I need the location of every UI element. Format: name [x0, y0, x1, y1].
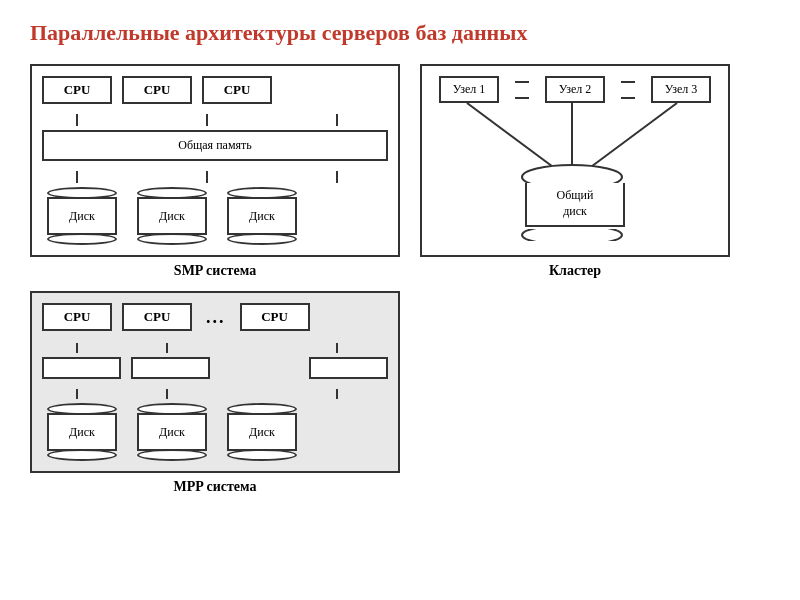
disk-bottom-ellipse: [227, 233, 297, 245]
disk-top-ellipse: [227, 403, 297, 415]
node-connector-1: [515, 81, 529, 99]
svg-point-10: [522, 229, 622, 241]
cluster-label: Кластер: [420, 263, 730, 279]
disk-body: Диск: [137, 197, 207, 235]
disk-bottom-ellipse: [227, 449, 297, 461]
smp-mem-to-disk-lines: [42, 171, 382, 183]
mpp-mem-to-disk-lines: [42, 389, 382, 399]
disk-top-ellipse: [137, 187, 207, 199]
smp-diagram: CPU CPU CPU Общая память: [30, 64, 400, 279]
smp-disk-0: Диск: [42, 187, 122, 245]
mpp-box: CPU CPU ... CPU: [30, 291, 400, 473]
mpp-cpu-to-mem-lines: [42, 343, 382, 353]
mpp-mem-spacer: [220, 357, 299, 379]
cluster-disk-bottom-svg: [432, 229, 712, 241]
mpp-cpu-0: CPU: [42, 303, 112, 331]
top-diagrams-row: CPU CPU CPU Общая память: [30, 64, 770, 279]
disk-body: Диск: [227, 197, 297, 235]
disk-body: Диск: [227, 413, 297, 451]
disk-bottom-ellipse: [137, 233, 207, 245]
smp-cpu-to-mem-lines: [42, 114, 382, 126]
cluster-disk-label: Общий диск: [557, 188, 594, 219]
smp-label: SMP система: [30, 263, 400, 279]
disk-body: Диск: [47, 413, 117, 451]
smp-shared-mem: Общая память: [42, 130, 388, 161]
disk-bottom-ellipse: [137, 449, 207, 461]
cluster-box: Узел 1 Узел 2 Узел 3: [420, 64, 730, 257]
mpp-disk-0: Диск: [42, 403, 122, 461]
mpp-dots: ...: [202, 307, 230, 328]
page: Параллельные архитектуры серверов баз да…: [0, 0, 800, 600]
mpp-mem-row: [42, 357, 388, 379]
smp-disk-2: Диск: [222, 187, 302, 245]
mpp-mem-0: [42, 357, 121, 379]
mpp-section: CPU CPU ... CPU: [30, 291, 770, 495]
disk-top-ellipse: [47, 187, 117, 199]
cluster-lines-svg: [432, 103, 712, 193]
smp-disk-row: Диск Диск Диск: [42, 187, 388, 245]
node-connector-2: [621, 81, 635, 99]
mpp-mem-1: [131, 357, 210, 379]
disk-top-ellipse: [47, 403, 117, 415]
mpp-disk-row: Диск Диск Диск: [42, 403, 388, 461]
disk-body: Диск: [137, 413, 207, 451]
cluster-node-0: Узел 1: [439, 76, 499, 103]
mpp-cpu-2: CPU: [240, 303, 310, 331]
smp-cpu-0: CPU: [42, 76, 112, 104]
mpp-disk-2: Диск: [222, 403, 302, 461]
smp-cpu-1: CPU: [122, 76, 192, 104]
mpp-cpu-row: CPU CPU ... CPU: [42, 303, 388, 331]
smp-box: CPU CPU CPU Общая память: [30, 64, 400, 257]
mpp-label: MPP система: [30, 479, 400, 495]
mpp-diagram: CPU CPU ... CPU: [30, 291, 400, 495]
cluster-diagram: Узел 1 Узел 2 Узел 3: [420, 64, 730, 279]
disk-top-ellipse: [227, 187, 297, 199]
cluster-disk-body: Общий диск: [525, 183, 625, 227]
mpp-cpu-1: CPU: [122, 303, 192, 331]
disk-bottom-ellipse: [47, 449, 117, 461]
disk-top-ellipse: [137, 403, 207, 415]
smp-disk-1: Диск: [132, 187, 212, 245]
disk-body: Диск: [47, 197, 117, 235]
mpp-disk-1: Диск: [132, 403, 212, 461]
smp-cpu-2: CPU: [202, 76, 272, 104]
smp-cpu-row: CPU CPU CPU: [42, 76, 388, 104]
mpp-mem-2: [309, 357, 388, 379]
cluster-node-2: Узел 3: [651, 76, 711, 103]
cluster-node-1: Узел 2: [545, 76, 605, 103]
cluster-nodes-row: Узел 1 Узел 2 Узел 3: [432, 76, 718, 103]
page-title: Параллельные архитектуры серверов баз да…: [30, 20, 770, 46]
disk-bottom-ellipse: [47, 233, 117, 245]
